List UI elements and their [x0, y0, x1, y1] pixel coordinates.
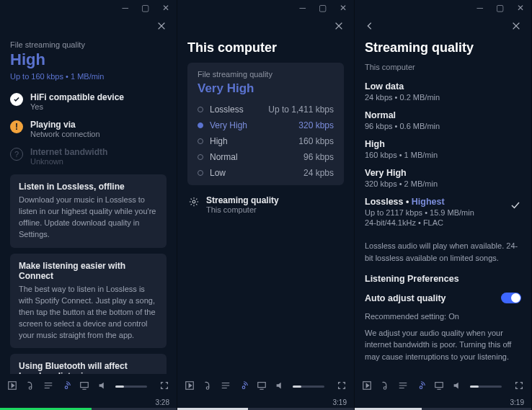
close-window-icon[interactable]: ✕ — [162, 3, 169, 13]
queue-icon[interactable] — [221, 380, 231, 393]
player-controls — [177, 374, 354, 398]
streaming-quality-link[interactable]: Streaming quality This computer — [187, 194, 344, 214]
preference-description: We adjust your audio quality when your i… — [365, 327, 521, 363]
window-controls: ─ ▢ ✕ — [177, 0, 354, 14]
tier-sub: Up to 2117 kbps • 15.9 MB/min — [365, 208, 510, 217]
radio-icon — [198, 170, 203, 176]
preferences-header: Listening Preferences — [365, 274, 521, 284]
maximize-icon[interactable]: ▢ — [141, 3, 149, 13]
tier-normal[interactable]: Normal 96 kbps • 0.6 MB/min — [365, 110, 521, 130]
quality-option-lossless[interactable]: Lossless Up to 1,411 kbps — [198, 102, 334, 117]
quality-subtext[interactable]: Up to 160 kbps • 1 MB/min — [10, 72, 167, 81]
page-title: This computer — [187, 40, 344, 55]
radio-icon — [198, 154, 203, 160]
auto-adjust-toggle[interactable] — [501, 293, 521, 303]
fullscreen-icon[interactable] — [514, 380, 524, 393]
minimize-icon[interactable]: ─ — [299, 3, 306, 13]
device-icon[interactable] — [434, 380, 444, 393]
option-value: 96 kbps — [303, 152, 334, 162]
volume-slider[interactable] — [293, 386, 324, 388]
quality-label: File streaming quality — [10, 40, 167, 49]
tier-title: Normal — [365, 110, 521, 120]
lyrics-icon[interactable] — [25, 380, 35, 393]
page-subtitle: This computer — [365, 63, 521, 71]
status-hifi: HiFi compatible device Yes — [10, 92, 167, 111]
volume-icon[interactable] — [275, 380, 285, 393]
volume-slider[interactable] — [470, 386, 502, 388]
now-playing-icon[interactable] — [185, 380, 195, 393]
now-playing-icon[interactable] — [7, 380, 17, 393]
queue-icon[interactable] — [398, 380, 408, 393]
device-icon[interactable] — [257, 380, 267, 393]
option-label: Very High — [210, 120, 247, 130]
maximize-icon[interactable]: ▢ — [496, 3, 504, 13]
now-playing-icon[interactable] — [362, 380, 372, 393]
close-icon[interactable] — [334, 21, 344, 31]
status-sub: Yes — [30, 102, 124, 111]
tier-sub: 160 kbps • 1 MB/min — [365, 151, 521, 159]
minimize-icon[interactable]: ─ — [122, 3, 128, 13]
status-sub: Unknown — [30, 157, 107, 166]
tier-sub: 24-bit/44.1kHz • FLAC — [365, 218, 510, 227]
tier-title: High — [365, 139, 521, 149]
lyrics-icon[interactable] — [380, 380, 390, 393]
fullscreen-icon[interactable] — [159, 380, 169, 393]
radio-icon — [198, 107, 203, 112]
close-icon[interactable] — [511, 21, 521, 31]
card-title: Make listening easier with Connect — [19, 261, 158, 281]
connect-icon[interactable] — [61, 380, 71, 393]
block-quality: Very High — [198, 81, 334, 96]
option-value: Up to 1,411 kbps — [268, 104, 334, 115]
lyrics-icon[interactable] — [203, 380, 213, 393]
option-value: 24 kpbs — [303, 168, 334, 178]
minimize-icon[interactable]: ─ — [476, 3, 483, 13]
maximize-icon[interactable]: ▢ — [319, 3, 327, 13]
option-value: 320 kbps — [298, 120, 334, 130]
auto-adjust-row: Auto adjust quality — [365, 293, 521, 303]
tier-veryhigh[interactable]: Very High 320 kbps • 2 MB/min — [365, 168, 521, 188]
quality-option-veryhigh[interactable]: Very High 320 kbps — [198, 117, 334, 133]
svg-point-5 — [242, 386, 245, 388]
close-window-icon[interactable]: ✕ — [517, 3, 524, 13]
option-label: Normal — [210, 152, 238, 162]
card-title: Using Bluetooth will affect Lossless lis… — [19, 361, 158, 374]
queue-icon[interactable] — [43, 380, 53, 393]
quality-option-low[interactable]: Low 24 kpbs — [198, 165, 334, 181]
radio-icon — [198, 122, 203, 128]
device-icon[interactable] — [79, 380, 89, 393]
quality-option-high[interactable]: High 160 kbps — [198, 133, 334, 149]
tier-lossless[interactable]: Lossless • Highest Up to 2117 kbps • 15.… — [365, 197, 521, 236]
option-label: High — [210, 136, 228, 146]
back-icon[interactable] — [365, 21, 375, 31]
quality-option-normal[interactable]: Normal 96 kbps — [198, 149, 334, 165]
connect-icon[interactable] — [416, 380, 426, 393]
card-body: Download your music in Lossless to liste… — [19, 195, 158, 241]
volume-icon[interactable] — [452, 380, 462, 393]
tier-high[interactable]: High 160 kbps • 1 MB/min — [365, 139, 521, 159]
tier-sub: 24 kbps • 0.2 MB/min — [365, 93, 521, 102]
svg-point-1 — [65, 386, 68, 388]
status-title: Internet bandwidth — [30, 147, 107, 157]
player-controls — [355, 374, 531, 398]
card-title: Listen in Lossless, offline — [19, 182, 158, 192]
fullscreen-icon[interactable] — [337, 380, 347, 393]
quality-value: High — [10, 50, 167, 69]
tier-sub: 320 kbps • 2 MB/min — [365, 179, 521, 188]
card-body: The best way to listen in Lossless is wi… — [19, 284, 158, 342]
close-window-icon[interactable]: ✕ — [340, 3, 347, 13]
status-title: HiFi compatible device — [30, 92, 124, 102]
tier-low[interactable]: Low data 24 kbps • 0.2 MB/min — [365, 81, 521, 102]
close-icon[interactable] — [156, 21, 167, 31]
tier-sub: 96 kbps • 0.6 MB/min — [365, 122, 521, 130]
player-controls — [0, 374, 177, 398]
option-label: Lossless — [210, 104, 244, 115]
connect-icon[interactable] — [239, 380, 249, 393]
volume-slider[interactable] — [115, 386, 147, 388]
status-bandwidth: ? Internet bandwidth Unknown — [10, 147, 167, 166]
check-icon — [510, 200, 521, 213]
info-card: Listen in Lossless, offline Download you… — [10, 174, 167, 248]
track-time: 3:19 — [177, 398, 354, 408]
question-icon: ? — [10, 148, 23, 161]
volume-icon[interactable] — [97, 380, 107, 393]
lossless-description: Lossless audio will play when available.… — [365, 240, 521, 264]
